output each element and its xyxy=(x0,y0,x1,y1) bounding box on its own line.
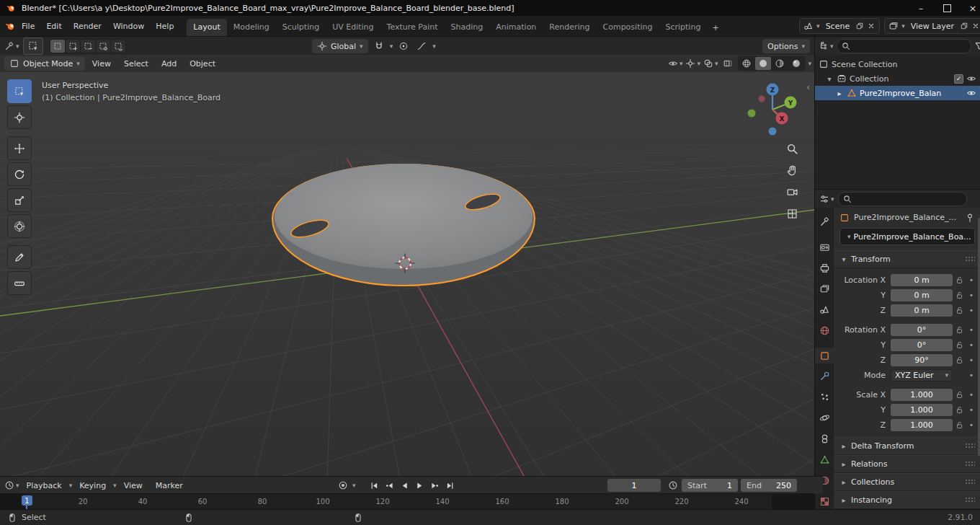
collection-checkbox[interactable]: ✓ xyxy=(954,74,963,84)
blender-app-menu-icon[interactable] xyxy=(4,20,16,32)
auto-keying-button[interactable] xyxy=(336,478,350,493)
close-button[interactable]: × xyxy=(960,0,980,16)
location-x-field[interactable]: 0 m xyxy=(891,274,953,286)
panel-instancing[interactable]: ▸ Instancing xyxy=(834,491,980,509)
playhead[interactable]: 1 xyxy=(22,495,32,506)
properties-tab-modifiers[interactable] xyxy=(815,369,834,384)
play-reverse-button[interactable] xyxy=(398,479,411,492)
outliner-row-scene-collection[interactable]: Scene Collection xyxy=(815,57,980,71)
animate-dot[interactable]: • xyxy=(966,325,977,335)
shading-wireframe-button[interactable] xyxy=(739,57,754,70)
timeline-menu-keying[interactable]: Keying xyxy=(74,480,112,492)
pan-hand-icon[interactable] xyxy=(786,164,798,177)
shading-rendered-button[interactable] xyxy=(788,57,804,70)
viewport-menu-object[interactable]: Object xyxy=(184,58,221,70)
panel-delta-transform[interactable]: ▸ Delta Transform xyxy=(834,437,980,455)
properties-tab-output[interactable] xyxy=(815,260,834,276)
editor-type-button[interactable]: ▾ xyxy=(4,39,19,53)
tab-rendering[interactable]: Rendering xyxy=(543,19,596,36)
shading-material-button[interactable] xyxy=(772,57,788,70)
tab-animation[interactable]: Animation xyxy=(489,19,543,36)
tool-rotate-button[interactable] xyxy=(7,162,32,186)
balance-board-object[interactable] xyxy=(272,164,535,286)
properties-tab-scene[interactable] xyxy=(815,301,834,317)
timeline-menu-playback[interactable]: Playback xyxy=(21,480,68,492)
remove-view-layer-icon[interactable] xyxy=(971,22,980,30)
gizmo-neg-x-ball[interactable] xyxy=(759,96,765,102)
lock-button[interactable] xyxy=(953,291,966,300)
navigation-gizmo[interactable]: Z Y X xyxy=(744,81,801,138)
animate-dot[interactable]: • xyxy=(966,405,977,415)
outliner-search-box[interactable] xyxy=(837,39,971,53)
gizmo-neg-y-ball[interactable] xyxy=(748,110,756,118)
panel-grip-icon[interactable] xyxy=(965,479,975,485)
lock-button[interactable] xyxy=(953,405,966,415)
gizmo-neg-z-ball[interactable] xyxy=(769,128,777,136)
properties-editor-type-button[interactable]: ▾ xyxy=(819,192,834,206)
snap-settings-chevron-icon[interactable]: ▾ xyxy=(390,43,393,50)
xray-toggle-button[interactable] xyxy=(721,56,735,71)
panel-grip-icon[interactable] xyxy=(965,443,975,449)
visibility-dropdown[interactable]: ▾ xyxy=(668,56,683,71)
panel-relations[interactable]: ▸ Relations xyxy=(834,455,980,473)
viewport-menu-select[interactable]: Select xyxy=(118,58,154,70)
menu-edit[interactable]: Edit xyxy=(40,19,67,33)
outliner-row-collection[interactable]: ▾ Collection ✓ xyxy=(815,71,980,86)
maximize-button[interactable] xyxy=(934,0,960,16)
mode-dropdown[interactable]: Object Mode ▾ xyxy=(4,56,85,71)
animate-dot[interactable]: • xyxy=(966,390,977,400)
scale-y-field[interactable]: 1.000 xyxy=(891,404,953,416)
timeline-menu-marker[interactable]: Marker xyxy=(150,480,189,492)
properties-tab-physics[interactable] xyxy=(815,410,834,426)
timeline-ruler[interactable]: 20 40 60 80 100 120 140 160 180 200 220 … xyxy=(0,493,814,510)
animate-dot[interactable]: • xyxy=(966,371,977,380)
transform-orientation-dropdown[interactable]: Global ▾ xyxy=(312,39,368,53)
scale-z-field[interactable]: 1.000 xyxy=(891,419,953,431)
new-scene-icon[interactable] xyxy=(855,22,864,30)
overlays-dropdown[interactable]: ▾ xyxy=(703,56,718,71)
scene-selector[interactable]: ▾ Scene xyxy=(799,18,880,34)
panel-grip-icon[interactable] xyxy=(965,461,975,467)
hide-eye-icon[interactable] xyxy=(966,88,976,98)
tab-sculpting[interactable]: Sculpting xyxy=(276,19,326,36)
panel-grip-icon[interactable] xyxy=(965,256,975,262)
lock-button[interactable] xyxy=(953,340,966,350)
active-tool-button[interactable] xyxy=(23,38,43,55)
timeline-menu-view[interactable]: View xyxy=(118,480,148,492)
next-keyframe-button[interactable] xyxy=(428,479,442,492)
tab-compositing[interactable]: Compositing xyxy=(597,19,659,36)
menu-render[interactable]: Render xyxy=(68,19,107,33)
animate-dot[interactable]: • xyxy=(966,275,977,285)
jump-to-end-button[interactable] xyxy=(443,479,457,492)
properties-tab-view-layer[interactable] xyxy=(815,281,834,297)
camera-view-icon[interactable] xyxy=(786,186,798,198)
animate-dot[interactable]: • xyxy=(966,291,977,300)
select-mode-subtract-button[interactable] xyxy=(81,40,95,53)
proportional-falloff-button[interactable] xyxy=(414,39,429,53)
location-z-field[interactable]: 0 m xyxy=(891,304,953,317)
filter-funnel-icon[interactable] xyxy=(974,41,980,51)
gizmo-y-ball[interactable]: Y xyxy=(785,97,797,109)
gizmo-x-ball[interactable]: X xyxy=(776,112,788,125)
tab-shading[interactable]: Shading xyxy=(445,19,490,36)
object-name-field[interactable]: ▾ Pure2Improve_Balance_Boa... xyxy=(839,228,975,245)
preview-range-toggle[interactable] xyxy=(666,478,680,493)
lock-button[interactable] xyxy=(953,420,966,430)
properties-tab-constraints[interactable] xyxy=(815,431,834,447)
snap-toggle-button[interactable] xyxy=(372,39,386,53)
panel-collections[interactable]: ▸ Collections xyxy=(834,473,980,491)
tab-texture-paint[interactable]: Texture Paint xyxy=(380,19,445,36)
transform-panel-header[interactable]: ▾ Transform xyxy=(834,250,980,268)
minimize-button[interactable]: – xyxy=(908,0,934,16)
unlink-scene-icon[interactable] xyxy=(867,22,876,30)
lock-button[interactable] xyxy=(953,390,966,400)
gizmo-z-ball[interactable]: Z xyxy=(767,84,779,96)
tab-modeling[interactable]: Modeling xyxy=(227,19,276,36)
tool-annotate-button[interactable] xyxy=(7,245,32,269)
menu-file[interactable]: File xyxy=(16,19,40,33)
select-mode-set-button[interactable] xyxy=(50,40,65,53)
outliner-row-object[interactable]: ▸ Pure2Improve_Balan xyxy=(815,86,980,100)
pin-icon[interactable] xyxy=(965,213,975,223)
frame-end-field[interactable]: End 250 xyxy=(741,479,797,492)
scale-x-field[interactable]: 1.000 xyxy=(891,389,953,401)
